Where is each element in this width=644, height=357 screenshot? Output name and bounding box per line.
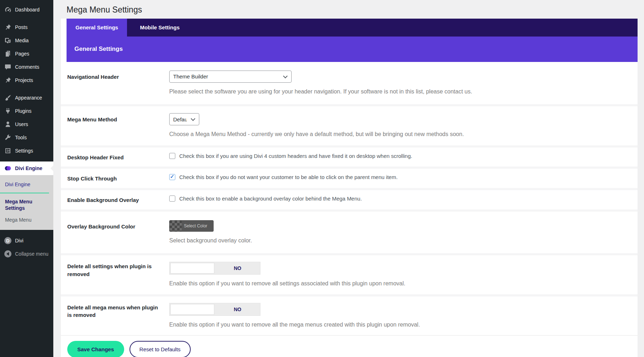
select-wrapper: Theme Builder	[169, 71, 292, 83]
delete-settings-toggle[interactable]: NO	[169, 262, 260, 275]
sidebar-item-media[interactable]: Media	[0, 34, 53, 47]
sidebar-item-pages[interactable]: Pages	[0, 47, 53, 60]
toggle-knob	[170, 304, 214, 315]
delete-mega-menus-toggle[interactable]: NO	[169, 303, 260, 316]
tab-mobile-settings[interactable]: Mobile Settings	[127, 19, 192, 37]
sidebar-item-label: Settings	[15, 148, 33, 154]
toggle-knob	[170, 263, 214, 274]
sidebar-item-label: Collapse menu	[15, 251, 48, 257]
settings-card: General Settings Mobile Settings General…	[61, 19, 638, 357]
setting-label: Enable Background Overlay	[67, 196, 169, 204]
setting-label: Overlay Background Color	[67, 220, 169, 245]
collapse-icon	[4, 250, 11, 257]
sidebar-item-posts[interactable]: Posts	[0, 20, 53, 34]
checkbox-description: Check this box if you are using Divi 4 c…	[179, 153, 412, 159]
tab-general-settings[interactable]: General Settings	[67, 19, 127, 37]
admin-sidebar: Dashboard Posts Media Pages Comments Pro…	[0, 0, 53, 357]
main-content: Mega Menu Settings General Settings Mobi…	[53, 0, 644, 357]
menu-separator	[0, 230, 53, 234]
sidebar-item-comments[interactable]: Comments	[0, 60, 53, 73]
sidebar-item-label: Media	[15, 38, 29, 43]
sliders-icon	[4, 147, 11, 154]
setting-label: Desktop Header Fixed	[67, 153, 169, 161]
setting-row-delete-settings: Delete all settings when plugin is remov…	[61, 253, 638, 294]
sidebar-item-label: Projects	[15, 77, 33, 83]
sidebar-item-dashboard[interactable]: Dashboard	[0, 3, 53, 16]
submenu-item-mega-menu[interactable]: Mega Menu	[0, 214, 53, 226]
save-changes-button[interactable]: Save Changes	[67, 341, 124, 357]
enable-background-overlay-checkbox[interactable]	[169, 196, 175, 202]
sidebar-item-appearance[interactable]: Appearance	[0, 91, 53, 104]
sidebar-item-label: Pages	[15, 51, 29, 57]
menu-separator	[0, 87, 53, 91]
sidebar-item-label: Dashboard	[15, 7, 40, 13]
sidebar-item-label: Comments	[15, 64, 39, 70]
transparency-checker-swatch	[170, 221, 182, 231]
select-color-button[interactable]: Select Color	[169, 220, 214, 232]
menu-separator	[0, 16, 53, 20]
dashboard-icon	[4, 6, 11, 13]
sidebar-item-label: Appearance	[15, 95, 42, 101]
setting-help-text: Enable this option if you want to remove…	[169, 280, 630, 288]
mega-menu-method-select[interactable]: Default	[169, 113, 199, 125]
toggle-state-label: NO	[215, 303, 260, 315]
sidebar-item-label: Posts	[15, 24, 28, 30]
media-icon	[4, 37, 11, 44]
checkbox-description: Check this box if you do not want your c…	[179, 174, 397, 180]
sidebar-item-plugins[interactable]: Plugins	[0, 104, 53, 117]
sidebar-item-label: Plugins	[15, 108, 31, 114]
section-header: General Settings	[67, 37, 638, 62]
submenu-item-divi-engine[interactable]: Divi Engine	[0, 179, 53, 190]
divi-engine-logo	[4, 165, 11, 172]
setting-label: Mega Menu Method	[67, 113, 169, 138]
setting-help-text: Select background overlay color.	[169, 237, 630, 245]
sidebar-item-projects[interactable]: Projects	[0, 73, 53, 87]
sidebar-item-users[interactable]: Users	[0, 117, 53, 131]
setting-help-text: Please select the software you are using…	[169, 88, 630, 96]
setting-row-navigational-header: Navigational Header Theme Builder Please…	[61, 62, 638, 104]
select-wrapper: Default	[169, 113, 199, 125]
sidebar-item-tools[interactable]: Tools	[0, 131, 53, 144]
pages-icon	[4, 50, 11, 57]
tab-bar: General Settings Mobile Settings	[67, 19, 638, 37]
checkbox-description: Check this box to enable a background ov…	[179, 196, 362, 202]
sidebar-item-settings[interactable]: Settings	[0, 144, 53, 157]
desktop-header-fixed-checkbox[interactable]	[169, 153, 175, 159]
page-title: Mega Menu Settings	[61, 0, 638, 19]
active-item-arrow	[48, 165, 53, 171]
sidebar-item-label: Divi Engine	[15, 165, 42, 171]
reset-to-defaults-button[interactable]: Reset to Defaults	[130, 341, 191, 357]
setting-row-enable-background-overlay: Enable Background Overlay Check this box…	[61, 188, 638, 209]
setting-help-text: Choose a Mega Menu Method - currently we…	[169, 130, 630, 138]
setting-row-stop-click-through: Stop Click Through Check this box if you…	[61, 167, 638, 188]
setting-row-desktop-header-fixed: Desktop Header Fixed Check this box if y…	[61, 145, 638, 167]
setting-label: Delete all mega menus when plugin is rem…	[67, 303, 169, 329]
setting-label: Navigational Header	[67, 71, 169, 96]
stop-click-through-checkbox[interactable]	[169, 174, 175, 180]
submenu-divider	[0, 193, 49, 193]
pin-icon	[4, 77, 11, 84]
sidebar-item-label: Tools	[15, 135, 27, 140]
sidebar-item-label: Divi	[15, 238, 23, 243]
comments-icon	[4, 63, 11, 71]
wrench-icon	[4, 134, 11, 141]
submenu-item-mega-menu-settings[interactable]: Mega Menu Settings	[0, 196, 53, 214]
setting-row-delete-mega-menus: Delete all mega menus when plugin is rem…	[61, 294, 638, 335]
navigational-header-select[interactable]: Theme Builder	[169, 71, 292, 83]
sidebar-item-label: Users	[15, 121, 28, 127]
toggle-state-label: NO	[215, 262, 260, 274]
user-icon	[4, 121, 11, 128]
brush-icon	[4, 94, 11, 101]
sidebar-item-divi-engine[interactable]: Divi Engine	[0, 161, 53, 175]
setting-label: Delete all settings when plugin is remov…	[67, 262, 169, 288]
sidebar-item-divi[interactable]: D Divi	[0, 234, 53, 247]
divi-logo: D	[4, 237, 11, 244]
setting-row-mega-menu-method: Mega Menu Method Default Choose a Mega M…	[61, 104, 638, 145]
select-color-button-label: Select Color	[184, 223, 207, 228]
pin-icon	[4, 24, 11, 31]
menu-separator	[0, 157, 53, 161]
form-footer: Save Changes Reset to Defaults	[61, 335, 638, 357]
sidebar-item-collapse-menu[interactable]: Collapse menu	[0, 247, 53, 261]
plug-icon	[4, 107, 11, 115]
setting-label: Stop Click Through	[67, 174, 169, 183]
